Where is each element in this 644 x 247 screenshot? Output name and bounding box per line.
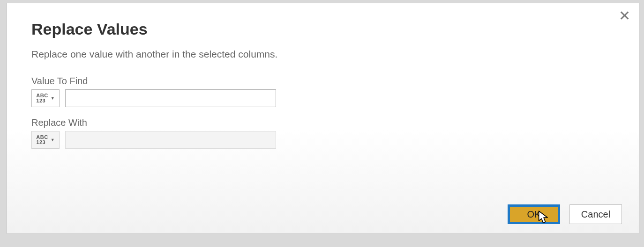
ok-button[interactable]: OK [508,204,560,224]
replace-with-input[interactable] [65,131,276,149]
dialog-title: Replace Values [31,20,614,38]
dialog-button-row: OK Cancel [508,204,622,224]
ok-button-label: OK [527,209,541,220]
replace-with-field: Replace With ABC 123 ▼ [31,117,614,149]
dialog-backdrop: ✕ Replace Values Replace one value with … [0,0,644,247]
value-to-find-label: Value To Find [31,76,614,87]
chevron-down-icon: ▼ [51,138,55,142]
type-123-label: 123 [36,98,48,103]
value-to-find-row: ABC 123 ▼ [31,89,614,107]
replace-with-row: ABC 123 ▼ [31,131,614,149]
any-type-icon: ABC 123 [36,135,48,145]
dialog-subtitle: Replace one value with another in the se… [31,49,614,60]
chevron-down-icon: ▼ [51,96,55,101]
replace-values-dialog: ✕ Replace Values Replace one value with … [7,3,639,234]
replace-with-label: Replace With [31,117,614,128]
close-icon: ✕ [619,8,630,23]
type-123-label: 123 [36,140,48,145]
replace-with-type-selector[interactable]: ABC 123 ▼ [31,131,60,149]
any-type-icon: ABC 123 [36,93,48,103]
cancel-button[interactable]: Cancel [569,204,622,224]
value-to-find-type-selector[interactable]: ABC 123 ▼ [31,89,60,107]
cancel-button-label: Cancel [581,209,610,220]
value-to-find-input[interactable] [65,89,276,107]
close-button[interactable]: ✕ [619,9,630,23]
value-to-find-field: Value To Find ABC 123 ▼ [31,76,614,107]
